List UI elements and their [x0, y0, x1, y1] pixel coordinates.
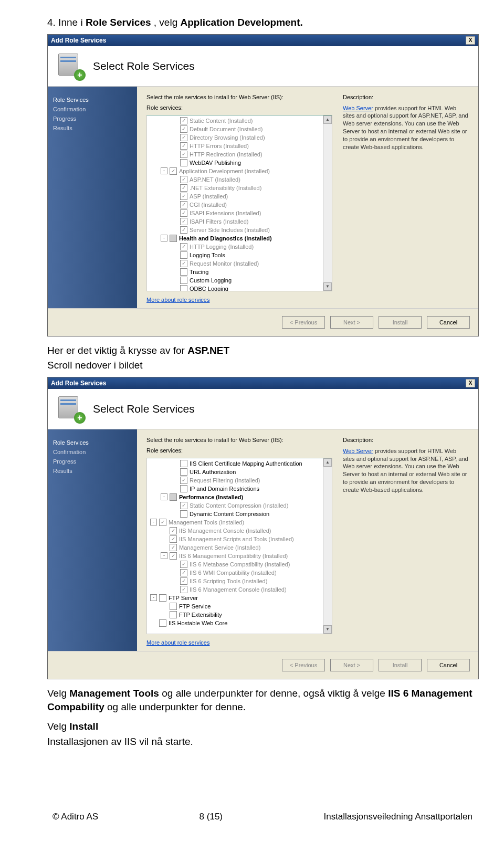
tree-item[interactable]: -Logging Tools	[147, 251, 332, 259]
install-button[interactable]: Install	[379, 316, 422, 329]
tree-item[interactable]: -IP and Domain Restrictions	[147, 485, 332, 493]
checkbox[interactable]	[180, 125, 187, 133]
tree-item[interactable]: -IIS Management Scripts and Tools (Insta…	[147, 535, 332, 543]
checkbox[interactable]	[159, 519, 166, 526]
checkbox[interactable]	[180, 218, 187, 225]
sidebar-item-results[interactable]: Results	[53, 466, 132, 476]
checkbox[interactable]	[180, 251, 187, 259]
checkbox[interactable]	[159, 619, 166, 627]
tree-item[interactable]: -Tracing	[147, 268, 332, 276]
checkbox[interactable]	[180, 477, 187, 484]
checkbox[interactable]	[180, 117, 187, 124]
tree-item[interactable]: -FTP Extensibility	[147, 611, 332, 619]
tree-item[interactable]: -Request Filtering (Installed)	[147, 476, 332, 485]
tree-item[interactable]: -Static Content (Installed)	[147, 117, 332, 125]
tree-item[interactable]: -Management Tools (Installed)	[147, 518, 332, 527]
checkbox[interactable]	[180, 468, 187, 476]
role-services-tree[interactable]: -IIS Client Certificate Mapping Authenti…	[146, 458, 332, 634]
tree-item[interactable]: -Dynamic Content Compression	[147, 510, 332, 518]
checkbox[interactable]	[180, 176, 187, 183]
checkbox[interactable]	[180, 460, 187, 467]
checkbox[interactable]	[180, 586, 187, 593]
more-link[interactable]: More about role services	[146, 297, 332, 303]
tree-item[interactable]: -HTTP Redirection (Installed)	[147, 150, 332, 159]
checkbox[interactable]	[180, 184, 187, 192]
scroll-up-icon[interactable]: ▲	[323, 458, 332, 467]
checkbox[interactable]	[180, 510, 187, 518]
checkbox[interactable]	[180, 243, 187, 250]
tree-item[interactable]: -ISAPI Extensions (Installed)	[147, 209, 332, 217]
scroll-up-icon[interactable]: ▲	[323, 115, 332, 124]
tree-item[interactable]: -FTP Server	[147, 594, 332, 602]
checkbox[interactable]	[170, 552, 177, 560]
tree-item[interactable]: -ASP (Installed)	[147, 192, 332, 201]
checkbox[interactable]	[180, 260, 187, 267]
scroll-down-icon[interactable]: ▼	[323, 282, 332, 291]
install-button[interactable]: Install	[379, 659, 422, 671]
checkbox[interactable]	[180, 577, 187, 585]
scroll-down-icon[interactable]: ▼	[323, 625, 332, 634]
checkbox[interactable]	[180, 285, 187, 291]
checkbox[interactable]	[180, 502, 187, 509]
sidebar-item-confirmation[interactable]: Confirmation	[53, 104, 132, 114]
tree-item[interactable]: -WebDAV Publishing	[147, 159, 332, 167]
tree-item[interactable]: -Request Monitor (Installed)	[147, 259, 332, 268]
tree-item[interactable]: -Health and Diagnostics (Installed)	[147, 234, 332, 243]
tree-item[interactable]: -IIS 6 Management Compatibility (Install…	[147, 552, 332, 560]
collapse-icon[interactable]: -	[161, 493, 167, 500]
checkbox[interactable]	[180, 201, 187, 208]
previous-button[interactable]: < Previous	[282, 659, 325, 671]
checkbox[interactable]	[170, 493, 177, 501]
sidebar-item-confirmation[interactable]: Confirmation	[53, 447, 132, 457]
tree-item[interactable]: -Default Document (Installed)	[147, 125, 332, 133]
tree-item[interactable]: -IIS Hostable Web Core	[147, 619, 332, 627]
next-button[interactable]: Next >	[330, 659, 373, 671]
tree-item[interactable]: -URL Authorization	[147, 468, 332, 476]
sidebar-item-role-services[interactable]: Role Services	[53, 438, 132, 447]
collapse-icon[interactable]: -	[161, 235, 167, 241]
tree-item[interactable]: -HTTP Errors (Installed)	[147, 142, 332, 150]
sidebar-item-results[interactable]: Results	[53, 123, 132, 133]
webserver-link[interactable]: Web Server	[343, 105, 373, 111]
collapse-icon[interactable]: -	[150, 594, 157, 601]
tree-item[interactable]: -IIS Client Certificate Mapping Authenti…	[147, 459, 332, 468]
checkbox[interactable]	[170, 611, 177, 618]
checkbox[interactable]	[180, 151, 187, 158]
sidebar-item-progress[interactable]: Progress	[53, 457, 132, 466]
tree-item[interactable]: -.NET Extensibility (Installed)	[147, 184, 332, 192]
checkbox[interactable]	[180, 134, 187, 141]
cancel-button[interactable]: Cancel	[427, 659, 470, 671]
checkbox[interactable]	[180, 268, 187, 276]
webserver-link[interactable]: Web Server	[343, 448, 373, 454]
checkbox[interactable]	[180, 561, 187, 568]
tree-item[interactable]: -IIS 6 WMI Compatibility (Installed)	[147, 569, 332, 577]
tree-item[interactable]: -IIS 6 Metabase Compatibility (Installed…	[147, 560, 332, 569]
tree-item[interactable]: -Management Service (Installed)	[147, 543, 332, 552]
tree-item[interactable]: -Static Content Compression (Installed)	[147, 501, 332, 510]
checkbox[interactable]	[180, 569, 187, 576]
tree-item[interactable]: -CGI (Installed)	[147, 201, 332, 209]
checkbox[interactable]	[180, 485, 187, 492]
cancel-button[interactable]: Cancel	[427, 316, 470, 329]
checkbox[interactable]	[180, 277, 187, 284]
checkbox[interactable]	[180, 142, 187, 150]
checkbox[interactable]	[170, 527, 177, 534]
tree-item[interactable]: -ASP.NET (Installed)	[147, 175, 332, 184]
close-icon[interactable]: X	[466, 379, 475, 387]
checkbox[interactable]	[170, 167, 177, 175]
tree-item[interactable]: -FTP Service	[147, 602, 332, 611]
tree-item[interactable]: -ODBC Logging	[147, 285, 332, 291]
tree-item[interactable]: -Application Development (Installed)	[147, 167, 332, 175]
checkbox[interactable]	[170, 544, 177, 551]
checkbox[interactable]	[180, 159, 187, 166]
more-link[interactable]: More about role services	[146, 639, 332, 646]
tree-item[interactable]: -Server Side Includes (Installed)	[147, 226, 332, 234]
checkbox[interactable]	[170, 603, 177, 610]
previous-button[interactable]: < Previous	[282, 316, 325, 329]
tree-item[interactable]: -IIS 6 Scripting Tools (Installed)	[147, 577, 332, 585]
tree-item[interactable]: -HTTP Logging (Installed)	[147, 243, 332, 251]
sidebar-item-progress[interactable]: Progress	[53, 114, 132, 123]
tree-item[interactable]: -IIS Management Console (Installed)	[147, 527, 332, 535]
checkbox[interactable]	[170, 235, 177, 242]
collapse-icon[interactable]: -	[161, 167, 167, 174]
